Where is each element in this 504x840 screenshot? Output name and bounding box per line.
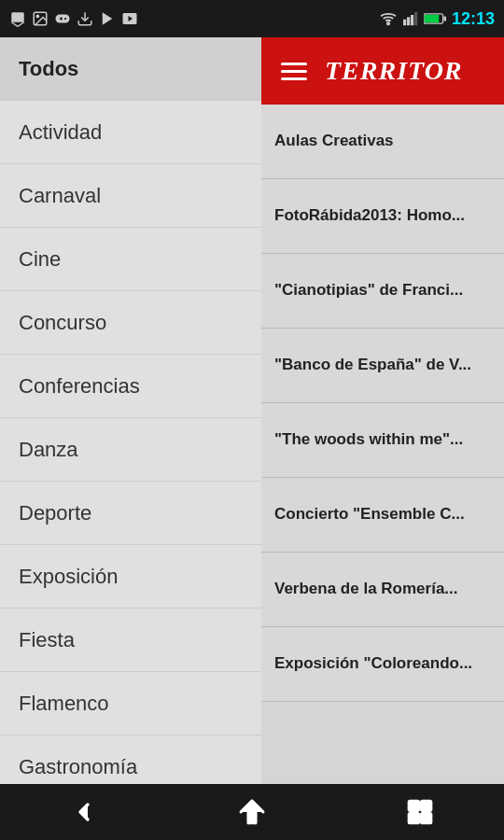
sidebar-item-todos[interactable]: Todos [0, 37, 261, 101]
content-item-4[interactable]: "The woods within me"... [261, 403, 504, 478]
status-bar: 12:13 [0, 0, 504, 37]
game-icon [54, 10, 71, 27]
sidebar-item-danza[interactable]: Danza [0, 418, 261, 482]
svg-rect-12 [403, 20, 406, 25]
svg-rect-23 [421, 813, 431, 823]
right-panel: TERRITOR Aulas Creativas FotoRábida2013:… [261, 37, 504, 803]
menu-button[interactable] [271, 37, 317, 105]
status-time: 12:13 [452, 9, 495, 29]
signal-icon [403, 10, 418, 27]
svg-point-11 [387, 22, 389, 24]
media-icon [121, 10, 138, 27]
svg-rect-17 [425, 15, 439, 23]
right-header: TERRITOR [261, 37, 504, 105]
download-icon [77, 10, 93, 27]
menu-line-3 [281, 77, 307, 80]
svg-rect-0 [11, 12, 24, 22]
sidebar-item-concurso[interactable]: Concurso [0, 291, 261, 355]
status-icons-left [9, 10, 138, 27]
sidebar-item-fiesta[interactable]: Fiesta [0, 609, 261, 672]
svg-rect-20 [409, 801, 419, 811]
content-item-3[interactable]: "Banco de España" de V... [261, 329, 504, 403]
content-item-7[interactable]: Exposición "Coloreando... [261, 627, 504, 702]
svg-point-2 [36, 15, 38, 17]
back-button[interactable] [47, 789, 121, 835]
menu-line-2 [281, 70, 307, 73]
back-icon [69, 797, 99, 827]
app-title: TERRITOR [325, 56, 463, 86]
home-button[interactable] [215, 789, 289, 835]
content-item-2[interactable]: "Cianotipias" de Franci... [261, 254, 504, 329]
home-icon [237, 797, 267, 827]
content-item-0[interactable]: Aulas Creativas [261, 105, 504, 179]
recent-apps-button[interactable] [383, 789, 457, 835]
battery-icon [424, 12, 446, 25]
svg-rect-22 [409, 813, 419, 823]
menu-icon [281, 63, 307, 80]
sidebar-item-cine[interactable]: Cine [0, 228, 261, 291]
svg-marker-8 [103, 12, 113, 25]
recent-apps-icon [405, 797, 435, 827]
bottom-nav [0, 784, 504, 840]
image-icon [32, 10, 49, 27]
svg-rect-14 [411, 15, 413, 25]
svg-rect-21 [421, 801, 431, 811]
svg-rect-18 [443, 16, 446, 21]
sidebar-item-conferencias[interactable]: Conferencias [0, 355, 261, 418]
sidebar-item-exposicion[interactable]: Exposición [0, 545, 261, 609]
sidebar-item-deporte[interactable]: Deporte [0, 482, 261, 545]
content-item-1[interactable]: FotoRábida2013: Homo... [261, 179, 504, 254]
main-container: Todos Actividad Carnaval Cine Concurso C… [0, 37, 504, 803]
wifi-icon [379, 10, 398, 27]
menu-line-1 [281, 63, 307, 65]
content-item-5[interactable]: Concierto "Ensemble C... [261, 478, 504, 553]
sidebar-item-carnaval[interactable]: Carnaval [0, 164, 261, 228]
sidebar: Todos Actividad Carnaval Cine Concurso C… [0, 37, 261, 803]
play-icon [99, 10, 116, 27]
svg-rect-13 [407, 17, 410, 25]
status-icons-right: 12:13 [379, 9, 495, 29]
sidebar-item-flamenco[interactable]: Flamenco [0, 672, 261, 735]
svg-rect-15 [414, 12, 417, 25]
sidebar-item-actividad[interactable]: Actividad [0, 101, 261, 164]
content-list: Aulas Creativas FotoRábida2013: Homo... … [261, 105, 504, 803]
svg-point-6 [64, 18, 66, 20]
content-item-6[interactable]: Verbena de la Romería... [261, 553, 504, 627]
notification-icon [9, 10, 26, 27]
